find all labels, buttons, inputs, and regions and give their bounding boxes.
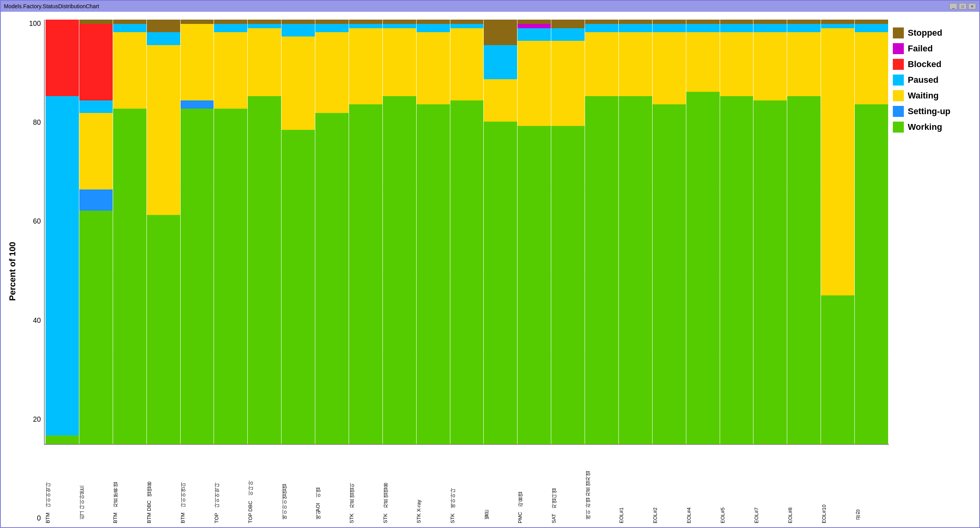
x-label: BTM DBC앱앱용 [146,446,179,523]
bar-segment-waiting [450,28,484,100]
bars-area [44,20,889,445]
bar-segment-stopped [821,20,854,24]
bar-segment-paused [214,24,247,33]
x-label: STK 에아아다 [450,446,483,523]
x-label: BTM 자료분류앱 [112,446,146,523]
bar-segment-paused [315,24,349,33]
legend-item-working: Working [893,122,971,133]
bar-column [214,20,247,444]
main-window: Models.Factory.StatusDistributionChart _… [0,0,980,528]
legend-color-blocked [893,59,904,70]
bar-segment-working [517,126,551,444]
bar-segment-paused [383,24,416,28]
bar-segment-waiting [855,32,888,104]
bar-column [753,20,787,444]
bar-segment-waiting [484,79,517,122]
bar-column [551,20,585,444]
legend-label-working: Working [908,122,942,132]
legend: StoppedFailedBlockedPausedWaitingSetting… [889,20,975,523]
bar-segment-waiting [585,32,618,96]
bar-segment-working [787,96,821,444]
bar-segment-working [113,109,146,444]
bar-segment-working [315,113,349,444]
bar-segment-stopped [113,20,146,24]
x-label: EOL#1 [618,446,652,523]
bar-segment-stopped [720,20,753,24]
bar-segment-failed [517,24,551,28]
bar-segment-stopped [147,20,180,32]
close-button[interactable]: × [968,3,976,9]
bar-segment-stopped [79,20,113,24]
bar-segment-working [147,215,180,444]
bar-segment-waiting [349,28,382,105]
bar-segment-working [753,100,787,444]
bar-segment-paused [147,32,180,45]
chart-area: 100806040200 BTM 다이어먹다리그다이아몬드BTM 자료분류앱BT… [20,20,889,523]
bar-segment-stopped [315,20,349,24]
y-tick: 80 [33,118,41,127]
legend-label-blocked: Blocked [908,59,942,69]
legend-color-stopped [893,27,904,38]
legend-item-paused: Paused [893,75,971,86]
y-axis-label: Percent of 100 [5,20,20,523]
bar-segment-paused [282,24,315,36]
legend-label-failed: Failed [908,44,933,54]
bar-segment-working [653,104,686,444]
bar-segment-waiting [417,32,450,104]
bar-segment-waiting [113,32,146,109]
legend-color-setting-up [893,106,904,117]
bar-segment-working [551,126,585,444]
bar-column [248,20,281,444]
bar-segment-waiting [282,36,315,130]
bar-segment-waiting [821,28,854,296]
x-label: EOL#10 [821,446,854,523]
bar-segment-waiting [214,32,247,109]
bar-column [113,20,146,444]
bar-segment-stopped [181,20,214,24]
bar-segment-working [383,96,416,444]
chart-with-yaxis: 100806040200 BTM 다이어먹다리그다이아몬드BTM 자료분류앱BT… [20,20,889,523]
x-label: 레이 라앱 자료앱자앱 [585,446,618,523]
minimize-button[interactable]: _ [949,3,957,9]
bar-segment-working [46,435,79,444]
bars-wrapper [45,20,889,444]
bar-segment-settingUp [181,100,214,109]
legend-color-waiting [893,90,904,101]
bar-segment-stopped [383,20,416,24]
title-bar: Models.Factory.StatusDistributionChart _… [1,1,979,12]
bar-segment-stopped [585,20,618,24]
bar-segment-waiting [517,41,551,126]
x-label: 에이아이앱앱앱 [281,446,314,523]
bar-segment-working [181,109,214,444]
restore-button[interactable]: □ [959,3,967,9]
bar-column [181,20,214,444]
chart-container: Percent of 100 100806040200 BTM 다이어먹다리그다… [1,12,979,527]
x-label: EOL#4 [686,446,719,523]
bar-column [720,20,753,444]
bars-and-x: BTM 다이어먹다리그다이아몬드BTM 자료분류앱BTM DBC앱앱용BTM 다… [44,20,889,523]
x-label: EOL#5 [720,446,753,523]
legend-label-setting-up: Setting-up [908,106,951,117]
x-label: TOP 다이어먹다 [214,446,247,523]
bar-segment-paused [46,96,79,436]
bar-column [653,20,686,444]
bar-segment-waiting [686,32,720,91]
bar-segment-stopped [214,20,247,24]
bar-segment-working [484,122,517,444]
bar-segment-paused [248,24,281,28]
bar-segment-working [79,211,113,444]
bar-column [282,20,315,444]
bar-segment-paused [517,28,551,41]
legend-item-stopped: Stopped [893,27,971,38]
y-axis: 100806040200 [20,20,44,523]
bar-segment-paused [551,28,585,41]
bar-segment-stopped [517,20,551,24]
x-label: TOP DBC 이다아 [247,446,281,523]
bar-column [315,20,349,444]
x-label: 공장 [855,446,888,523]
bar-column [619,20,652,444]
bar-segment-waiting [248,28,281,96]
x-label: SAT 자앱다앱 [551,446,584,523]
bar-segment-stopped [551,20,585,28]
bar-segment-stopped [653,20,686,24]
